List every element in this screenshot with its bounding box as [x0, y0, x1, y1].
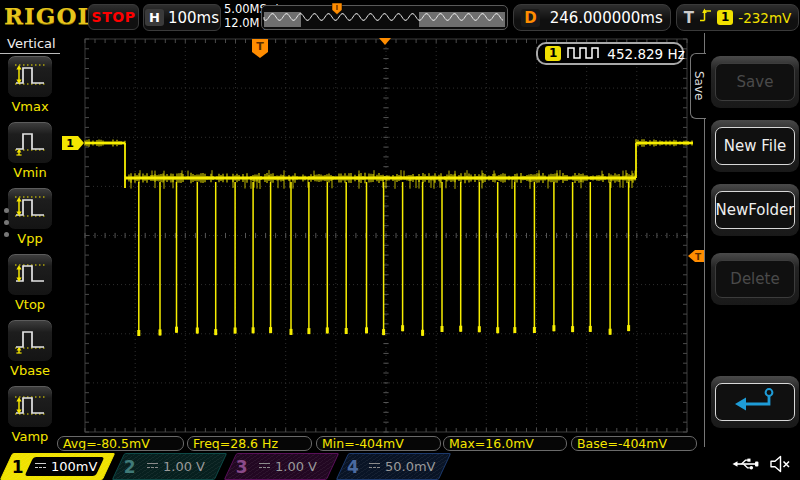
vmin-icon — [12, 125, 48, 161]
menu-item-vmin: Vmin — [0, 121, 60, 186]
channel-4-status[interactable]: 4 50.0mV — [336, 453, 452, 480]
menu-item-vbase: Vbase — [0, 319, 60, 384]
horizontal-label: H — [145, 9, 164, 26]
measurement-freq: Freq=28.6 Hz — [187, 436, 312, 451]
svg-text:T: T — [695, 252, 702, 262]
back-button[interactable] — [711, 376, 799, 428]
horizontal-timebase-box[interactable]: H 100ms — [143, 4, 221, 31]
freq-counter-value: 452.829 Hz — [607, 46, 684, 62]
vpp-label: Vpp — [0, 231, 60, 246]
measure-menu-sidebar: Vertical Vmax Vmin Vpp Vtop Vbase Vamp — [0, 33, 61, 447]
vamp-button[interactable] — [7, 385, 53, 428]
save-menu-panel: Save Save New File NewFolder Delete — [704, 33, 800, 447]
delete-button[interactable]: Delete — [711, 253, 799, 305]
channel-2-scale: 1.00 V — [163, 459, 205, 474]
menu-page-dots — [4, 201, 9, 244]
frequency-counter: 1 452.829 Hz — [536, 42, 684, 65]
vbase-label: Vbase — [0, 363, 60, 378]
dc-coupling-icon — [35, 463, 46, 470]
svg-text:1: 1 — [66, 137, 74, 150]
vtop-icon — [12, 257, 48, 293]
run-stop-status[interactable]: STOP — [88, 4, 139, 30]
rigol-logo: RIGOL — [4, 2, 95, 29]
menu-item-vtop: Vtop — [0, 253, 60, 318]
horizontal-position-bar[interactable] — [261, 5, 508, 30]
status-icons — [732, 455, 792, 477]
speaker-muted-icon — [769, 455, 792, 477]
channel-status-bar: 1 100mV 2 1.00 V 3 1.00 V 4 50.0mV — [0, 452, 800, 480]
top-status-bar: RIGOL STOP H 100ms 5.00MSa/s 12.0M pts D… — [0, 0, 800, 34]
vmin-button[interactable] — [7, 121, 53, 164]
graticule-and-trace: T T 1 — [60, 33, 705, 450]
usb-icon — [732, 456, 759, 476]
channel-4-number: 4 — [343, 456, 363, 476]
vpp-button[interactable] — [7, 187, 53, 230]
menu-item-vamp: Vamp — [0, 385, 60, 450]
dc-coupling-icon — [369, 463, 380, 470]
trigger-delay-box[interactable]: D 246.000000ms — [513, 4, 671, 31]
delay-value: 246.000000ms — [550, 9, 663, 27]
vbase-button[interactable] — [7, 319, 53, 362]
trigger-edge-icon — [699, 7, 712, 28]
svg-text:T: T — [256, 40, 264, 53]
dc-coupling-icon — [259, 463, 270, 470]
freq-counter-channel-badge: 1 — [545, 46, 561, 61]
delay-label: D — [521, 9, 539, 27]
vmax-button[interactable] — [7, 55, 53, 98]
trigger-source-badge: 1 — [717, 10, 733, 25]
channel-4-scale: 50.0mV — [385, 459, 436, 474]
channel-2-status[interactable]: 2 1.00 V — [112, 453, 228, 480]
waveform-display-area[interactable]: T T 1 1 452.829 Hz — [60, 33, 705, 450]
menu-item-vmax: Vmax — [0, 55, 60, 120]
trigger-position-icon — [331, 2, 343, 15]
square-wave-icon — [567, 44, 601, 63]
trigger-level-value: -232mV — [738, 10, 791, 26]
vpp-icon — [12, 191, 48, 227]
measurement-base: Base=-404mV — [571, 436, 697, 451]
save-button[interactable]: Save — [711, 56, 799, 108]
trigger-label: T — [684, 9, 694, 27]
vtop-button[interactable] — [7, 253, 53, 296]
memory-waveform-preview — [262, 6, 505, 27]
measurement-max: Max=16.0mV — [443, 436, 567, 451]
new-folder-button[interactable]: NewFolder — [711, 184, 799, 236]
vamp-icon — [12, 389, 48, 425]
vmin-label: Vmin — [0, 165, 60, 180]
trigger-info-box[interactable]: T 1 -232mV — [676, 4, 799, 31]
measurement-min: Min=-404mV — [316, 436, 441, 451]
vtop-label: Vtop — [0, 297, 60, 312]
new-file-button[interactable]: New File — [711, 120, 799, 172]
channel-1-scale: 100mV — [51, 459, 97, 474]
vmax-icon — [12, 59, 48, 95]
menu-item-vpp: Vpp — [0, 187, 60, 252]
measure-menu-items: Vmax Vmin Vpp Vtop Vbase Vamp — [0, 55, 60, 450]
timebase-value: 100ms — [168, 9, 219, 27]
vmax-label: Vmax — [0, 99, 60, 114]
channel-3-status[interactable]: 3 1.00 V — [224, 453, 340, 480]
channel-3-scale: 1.00 V — [275, 459, 317, 474]
measure-menu-title: Vertical — [0, 33, 63, 54]
measurement-avg: Avg=-80.5mV — [57, 436, 184, 451]
oscilloscope-screen: { "top_bar": { "logo": "RIGOL", "stop_la… — [0, 0, 800, 480]
channel-3-number: 3 — [231, 456, 253, 476]
vamp-label: Vamp — [0, 429, 60, 444]
channel-1-status[interactable]: 1 100mV — [0, 453, 115, 480]
save-menu-tab: Save — [690, 53, 706, 119]
vbase-icon — [12, 323, 48, 359]
return-arrow-icon — [732, 386, 778, 418]
channel-1-number: 1 — [7, 456, 29, 476]
channel-2-number: 2 — [119, 456, 141, 476]
dc-coupling-icon — [147, 463, 158, 470]
